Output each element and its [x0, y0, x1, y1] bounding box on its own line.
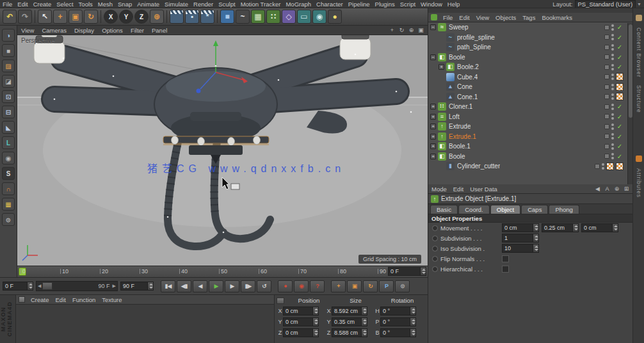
tab-object[interactable]: Object — [490, 205, 520, 214]
stepper-icon[interactable] — [533, 244, 538, 252]
enabled-check-icon[interactable]: ✓ — [616, 133, 624, 140]
search-icon[interactable]: ⊕ — [613, 185, 621, 193]
layer-square[interactable] — [604, 114, 609, 119]
x-axis-button[interactable]: X — [104, 10, 118, 24]
am-menu-user-data[interactable]: User Data — [467, 186, 501, 193]
autokey-button[interactable]: ◉ — [294, 280, 309, 292]
range-left-arrow-icon[interactable]: ◀ — [36, 283, 42, 289]
undo-icon[interactable]: ↶ — [3, 10, 17, 24]
points-mode-icon[interactable]: ⊡ — [2, 90, 15, 103]
render-visibility-dot[interactable] — [611, 58, 614, 60]
hierarchical-checkbox[interactable] — [502, 266, 509, 273]
texture-tag-icon[interactable] — [616, 163, 624, 170]
side-tab-content-browser[interactable]: Content Browser — [636, 24, 642, 81]
texture-tag-icon[interactable] — [616, 93, 624, 100]
render-visibility-dot[interactable] — [611, 28, 614, 31]
material-menu-function[interactable]: Function — [69, 296, 99, 303]
om-menu-bookmarks[interactable]: Bookmarks — [538, 14, 576, 21]
editor-visibility-dot[interactable] — [611, 133, 614, 136]
rotate-tool-icon[interactable]: ↻ — [84, 10, 98, 24]
enabled-check-icon[interactable]: ✓ — [616, 54, 624, 61]
render-visibility-dot[interactable] — [611, 157, 614, 159]
magnet-icon[interactable]: ∩ — [2, 182, 15, 195]
preview-range-slider[interactable]: ◀ 90 F ▶ — [36, 281, 118, 291]
render-visibility-dot[interactable] — [611, 38, 614, 40]
coord-field[interactable]: 0.35 cm — [332, 317, 367, 326]
layer-square[interactable] — [604, 45, 609, 50]
layer-square[interactable] — [604, 124, 609, 129]
om-menu-tags[interactable]: Tags — [519, 14, 538, 21]
am-menu-mode[interactable]: Mode — [428, 186, 450, 193]
visibility-dots[interactable] — [602, 163, 604, 170]
stepper-icon[interactable] — [612, 224, 618, 232]
snap-icon[interactable]: S — [2, 167, 15, 180]
object-row-boole-1[interactable]: +◧Boole.1✓ — [428, 141, 632, 152]
render-visibility-dot[interactable] — [602, 167, 604, 170]
om-menu-edit[interactable]: Edit — [456, 14, 472, 21]
menu-file[interactable]: File — [0, 1, 15, 8]
object-row-cone-1[interactable]: ▲Cone.1 — [428, 92, 632, 102]
render-settings-icon[interactable]: * — [200, 10, 214, 24]
enabled-check-icon[interactable]: ✓ — [616, 24, 624, 31]
keyframe-circle-icon[interactable] — [432, 266, 438, 272]
visibility-dots[interactable] — [611, 24, 614, 31]
record-rotation-button[interactable]: ↻ — [363, 280, 378, 292]
range-handle[interactable] — [42, 282, 52, 290]
menu-select[interactable]: Select — [54, 1, 76, 8]
layer-square[interactable] — [604, 74, 609, 79]
stepper-icon[interactable] — [410, 329, 415, 337]
menu-pipeline[interactable]: Pipeline — [346, 1, 373, 8]
coord-field[interactable]: 0 cm — [283, 328, 319, 337]
object-manager-scrollbar[interactable] — [627, 23, 632, 184]
layout-selector[interactable]: Layout: PS_Standard (User) ▼ — [552, 0, 644, 8]
layer-square[interactable] — [604, 134, 609, 139]
visibility-dots[interactable] — [611, 153, 614, 159]
make-editable-icon[interactable]: ◑ — [2, 29, 15, 42]
side-tab-attributes[interactable]: Attributes — [636, 164, 642, 202]
editor-visibility-dot[interactable] — [611, 153, 614, 156]
menu-animate[interactable]: Animate — [134, 1, 162, 8]
viewport-menu-filter[interactable]: Filter — [127, 27, 148, 34]
render-visibility-dot[interactable] — [611, 127, 614, 130]
visibility-dots[interactable] — [611, 74, 614, 80]
cube-primitive-icon[interactable]: ■ — [220, 10, 234, 24]
quantize-icon[interactable]: ▦ — [2, 198, 15, 211]
object-row-sweep[interactable]: −≈Sweep✓ — [428, 22, 632, 33]
stepper-icon[interactable] — [572, 224, 578, 232]
expand-toggle-icon[interactable]: + — [430, 114, 436, 120]
object-row-extrude[interactable]: +↑Extrude✓ — [428, 122, 632, 132]
expand-toggle-icon[interactable]: + — [430, 154, 436, 159]
editor-visibility-dot[interactable] — [611, 44, 614, 47]
editor-visibility-dot[interactable] — [611, 54, 614, 56]
pan-view-icon[interactable]: + — [388, 26, 396, 34]
menu-mograph[interactable]: MoGraph — [283, 1, 314, 8]
object-row-path-spline[interactable]: ~path_Spline✓ — [428, 42, 632, 52]
object-row-extrude-1[interactable]: +↑Extrude.1✓ — [428, 132, 632, 142]
pen-spline-icon[interactable]: ~ — [236, 10, 250, 24]
texture-tag-icon[interactable] — [606, 163, 614, 170]
viewport-menu-panel[interactable]: Panel — [148, 27, 171, 34]
visibility-dots[interactable] — [611, 34, 614, 40]
y-axis-button[interactable]: Y — [119, 10, 133, 24]
layer-square[interactable] — [604, 94, 609, 99]
stepper-icon[interactable] — [361, 318, 367, 326]
visibility-dots[interactable] — [611, 143, 614, 150]
orbit-view-icon[interactable]: ↻ — [398, 26, 406, 34]
stepper-icon[interactable] — [420, 267, 426, 275]
movement-x-field[interactable]: 0 cm — [502, 223, 539, 232]
editor-visibility-dot[interactable] — [611, 64, 614, 67]
stepper-icon[interactable] — [312, 329, 318, 337]
keyframe-circle-icon[interactable] — [432, 235, 438, 241]
scrollbar-thumb[interactable] — [629, 24, 632, 118]
redo-icon[interactable]: ↷ — [18, 10, 32, 24]
maximize-view-icon[interactable]: ▣ — [417, 26, 425, 34]
visibility-dots[interactable] — [611, 44, 614, 51]
material-menu-edit[interactable]: Edit — [52, 296, 69, 303]
render-visibility-dot[interactable] — [611, 108, 614, 110]
camera-icon[interactable]: ◉ — [312, 10, 326, 24]
layer-square[interactable] — [604, 104, 609, 109]
layer-square[interactable] — [604, 154, 609, 159]
editor-visibility-dot[interactable] — [602, 163, 604, 166]
object-row-cube-4[interactable]: Cube.4 — [428, 72, 632, 83]
object-row-loft[interactable]: +≡Loft✓ — [428, 112, 632, 122]
